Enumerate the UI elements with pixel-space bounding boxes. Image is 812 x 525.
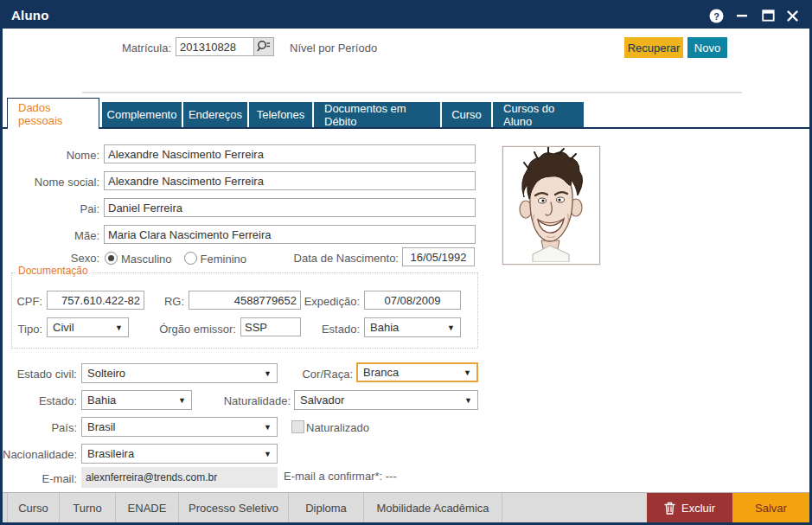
tipo-select-value: Civil [53, 321, 74, 334]
doc-estado-select-value: Bahia [370, 321, 399, 334]
estado-civil-select-value: Solteiro [87, 367, 125, 380]
pais-select-value: Brasil [87, 420, 116, 433]
student-photo [502, 146, 600, 265]
tab-documentos-em-debito[interactable]: Documentos em Débito [314, 102, 440, 127]
nacionalidade-label: Nacionalidade: [3, 448, 77, 461]
email-label: E-mail: [3, 472, 77, 485]
tab-complemento[interactable]: Complemento [102, 102, 182, 127]
header-divider [82, 92, 742, 93]
pais-select[interactable]: Brasil [81, 417, 278, 437]
nacionalidade-select-value: Brasileira [87, 447, 134, 460]
tab-telefones[interactable]: Telefones [249, 102, 312, 127]
cor-raca-select[interactable]: Branca [356, 362, 478, 382]
bottom-action-bar: Curso Turno ENADE Processo Seletivo Dipl… [3, 492, 809, 522]
rg-label: RG: [132, 295, 184, 308]
matricula-lookup-button[interactable] [253, 37, 274, 56]
excluir-button[interactable]: Excluir [647, 493, 732, 522]
svg-text:?: ? [713, 10, 719, 21]
recuperar-button[interactable]: Recuperar [624, 37, 683, 58]
cpf-label: CPF: [3, 295, 42, 308]
cor-raca-select-value: Branca [363, 366, 399, 379]
naturalizado-checkbox[interactable] [291, 420, 304, 433]
rg-input[interactable] [189, 291, 301, 310]
restore-icon[interactable] [759, 7, 777, 24]
tab-curso[interactable]: Curso [442, 102, 491, 127]
window-title: Aluno [11, 8, 49, 22]
matricula-label: Matrícula: [54, 42, 171, 54]
doc-estado-select[interactable]: Bahia [364, 317, 461, 337]
data-nascimento-input[interactable] [402, 247, 475, 266]
estado-select[interactable]: Bahia [81, 390, 192, 410]
nivel-por-periodo-label: Nível por Período [290, 42, 377, 54]
nome-social-input[interactable] [104, 171, 476, 190]
nome-social-label: Nome social: [3, 176, 99, 189]
email-confirmar-value: --- [386, 470, 397, 483]
naturalidade-select[interactable]: Salvador [294, 390, 478, 410]
help-icon[interactable]: ? [707, 7, 725, 24]
radio-masculino[interactable] [105, 252, 118, 265]
orgao-emissor-label: Órgão emissor: [141, 323, 236, 336]
email-confirmar-label: E-mail a confirmar*: --- [284, 470, 397, 483]
estado-civil-label: Estado civil: [3, 368, 77, 381]
estado-label: Estado: [3, 394, 77, 407]
sexo-label: Sexo: [3, 252, 99, 265]
bottom-processo-seletivo-button[interactable]: Processo Seletivo [179, 493, 289, 522]
doc-estado-label: Estado: [288, 323, 360, 336]
bottom-mobilidade-academica-button[interactable]: Mobilidade Acadêmica [364, 493, 502, 522]
bottom-diploma-button[interactable]: Diploma [289, 493, 364, 522]
radio-masculino-label: Masculino [121, 253, 172, 266]
expedicao-label: Expedição: [288, 295, 360, 308]
pai-label: Pai: [3, 202, 99, 215]
tab-enderecos[interactable]: Endereços [183, 102, 247, 127]
novo-button[interactable]: Novo [687, 37, 727, 58]
tipo-select[interactable]: Civil [47, 317, 129, 337]
caricature-image [503, 147, 598, 262]
bottom-curso-button[interactable]: Curso [7, 493, 60, 522]
documentacao-legend: Documentação [15, 265, 92, 277]
window-content: Aluno ? Matrícula: Nível por Período Rec… [3, 3, 809, 522]
minimize-icon[interactable] [733, 7, 751, 24]
trash-icon [664, 502, 675, 515]
titlebar: Aluno ? [3, 3, 809, 29]
mae-input[interactable] [104, 225, 476, 244]
nome-label: Nome: [3, 149, 99, 162]
naturalidade-select-value: Salvador [300, 394, 344, 407]
naturalidade-label: Naturalidade: [201, 394, 291, 407]
email-input[interactable] [81, 467, 278, 488]
salvar-button[interactable]: Salvar [732, 493, 809, 522]
tab-dados-pessoais[interactable]: Dados pessoais [7, 98, 99, 129]
mae-label: Mãe: [3, 229, 99, 242]
data-nascimento-label: Data de Nascimento: [279, 252, 399, 265]
pais-label: País: [3, 421, 77, 434]
close-icon[interactable] [783, 7, 801, 24]
tab-cursos-do-aluno[interactable]: Cursos do Aluno [493, 102, 584, 127]
excluir-button-label: Excluir [681, 502, 715, 515]
tipo-label: Tipo: [3, 323, 42, 336]
aluno-window: Aluno ? Matrícula: Nível por Período Rec… [0, 0, 812, 525]
radio-feminino[interactable] [184, 252, 197, 265]
cpf-input[interactable] [47, 291, 144, 310]
estado-select-value: Bahia [87, 394, 116, 407]
pai-input[interactable] [104, 198, 476, 217]
nome-input[interactable] [104, 144, 476, 163]
bottom-turno-button[interactable]: Turno [60, 493, 116, 522]
cor-raca-label: Cor/Raça: [262, 368, 353, 381]
bottom-enade-button[interactable]: ENADE [116, 493, 179, 522]
email-confirmar-label-text: E-mail a confirmar*: [284, 470, 382, 483]
radio-feminino-label: Feminino [201, 253, 246, 266]
nacionalidade-select[interactable]: Brasileira [81, 444, 278, 464]
search-lookup-icon [257, 40, 271, 54]
estado-civil-select[interactable]: Solteiro [81, 363, 278, 383]
naturalizado-label: Naturalizado [306, 421, 369, 434]
expedicao-input[interactable] [364, 291, 461, 310]
matricula-input[interactable] [176, 37, 254, 56]
